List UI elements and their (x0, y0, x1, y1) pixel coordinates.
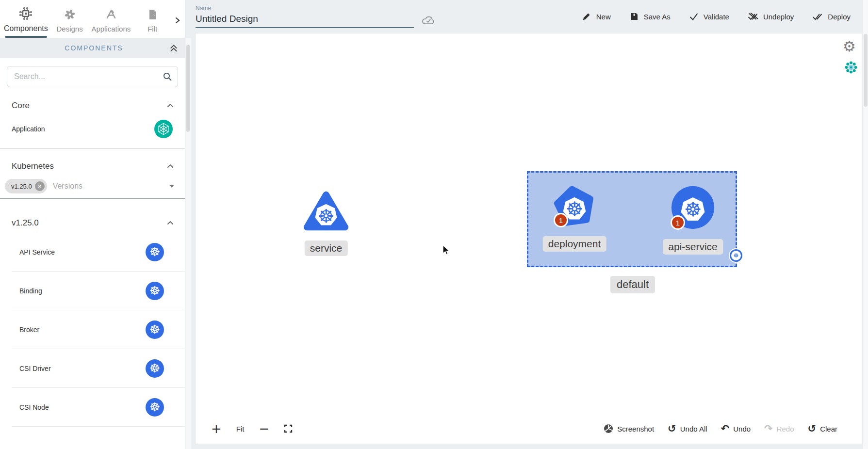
component-item-label: API Service (19, 248, 55, 256)
undo-all-button[interactable]: ↺ Undo All (668, 424, 707, 434)
components-icon (19, 7, 33, 20)
new-button[interactable]: New (582, 12, 611, 21)
minus-icon: − (259, 422, 269, 435)
tab-designs[interactable]: Designs (51, 4, 89, 38)
fullscreen-button[interactable] (284, 424, 293, 433)
section-kubernetes-title: Kubernetes (12, 161, 54, 171)
undo-all-label: Undo All (680, 425, 707, 433)
kubernetes-icon: ☸ (146, 398, 164, 417)
screenshot-label: Screenshot (617, 425, 654, 433)
tab-scroll-right-button[interactable] (171, 16, 184, 38)
undeploy-button[interactable]: Undeploy (748, 12, 794, 21)
search-icon[interactable] (163, 72, 172, 81)
versions-placeholder: Versions (53, 182, 169, 191)
validate-button[interactable]: Validate (689, 12, 729, 21)
shutter-icon (604, 424, 613, 433)
versions-select[interactable]: v1.25.0 ✕ Versions (0, 177, 185, 199)
tab-applications[interactable]: Applications (88, 4, 133, 38)
undo-all-icon: ↺ (668, 424, 676, 434)
section-core-header[interactable]: Core (0, 96, 185, 115)
component-item-api-service[interactable]: API Service ☸ (0, 233, 185, 271)
redo-label: Redo (777, 425, 794, 433)
node-label-deployment: deployment (543, 236, 606, 252)
component-item-application[interactable]: Application (0, 115, 185, 144)
applications-icon (105, 8, 117, 21)
svg-text:☸: ☸ (566, 198, 583, 221)
deploy-button[interactable]: Deploy (812, 12, 851, 21)
list-divider (12, 426, 185, 427)
component-item-csi-driver[interactable]: CSI Driver ☸ (0, 349, 185, 387)
application-icon (154, 120, 173, 138)
component-item-label: Application (12, 125, 45, 133)
component-item-csi-node[interactable]: CSI Node ☸ (0, 388, 185, 426)
search-box (7, 66, 178, 87)
zoom-fit-button[interactable]: Fit (236, 425, 245, 433)
design-canvas[interactable]: ☸ service ☸ ☸ 1 deployment (195, 33, 862, 444)
section-kubernetes-header[interactable]: Kubernetes (0, 157, 185, 176)
canvas-toolbar: + Fit − (196, 417, 862, 440)
component-item-label: CSI Driver (19, 365, 51, 372)
tab-applications-label: Applications (91, 25, 131, 33)
design-actions: New Save As (582, 12, 851, 21)
clear-label: Clear (820, 425, 837, 433)
dropdown-caret-icon[interactable] (169, 185, 174, 188)
undo-icon: ↶ (721, 424, 730, 434)
component-item-label: CSI Node (19, 403, 49, 411)
kubernetes-icon: ☸ (146, 282, 164, 300)
component-item-label: Broker (19, 326, 39, 334)
namespace-label: default (610, 276, 655, 293)
name-field-label: Name (196, 5, 436, 12)
section-divider (0, 148, 185, 149)
node-service[interactable]: ☸ (303, 188, 349, 235)
page-scrollbar[interactable] (862, 0, 868, 449)
component-item-broker[interactable]: Broker ☸ (0, 310, 185, 349)
redo-icon: ↷ (764, 424, 773, 434)
section-version-header[interactable]: v1.25.0 (0, 213, 185, 233)
collapse-panel-icon[interactable] (169, 44, 178, 52)
undo-label: Undo (733, 425, 751, 433)
zoom-in-button[interactable]: + (211, 422, 222, 435)
chevron-up-icon (166, 102, 174, 109)
scrollbar-thumb[interactable] (186, 45, 190, 132)
undo-button[interactable]: ↶ Undo (721, 424, 751, 434)
kubernetes-icon: ☸ (146, 321, 164, 339)
design-name-input[interactable] (196, 13, 414, 28)
save-as-button-label: Save As (644, 13, 671, 21)
tab-components-label: Components (4, 24, 48, 33)
main-area: Name (191, 0, 862, 449)
zoom-out-button[interactable]: − (259, 422, 269, 435)
kubernetes-icon: ☸ (146, 359, 164, 378)
screenshot-button[interactable]: Screenshot (604, 424, 654, 433)
design-name-field: Name (196, 5, 436, 28)
search-input[interactable] (7, 66, 178, 87)
deployment-count-badge: 1 (554, 213, 568, 227)
remove-version-icon[interactable]: ✕ (35, 181, 45, 191)
tab-filters[interactable]: v Filt (133, 4, 171, 38)
kubernetes-service-icon: ☸ (303, 188, 349, 235)
node-label-service: service (305, 241, 348, 256)
kubernetes-corner-badge-icon[interactable]: ☸ (730, 249, 742, 262)
gear-icon[interactable]: ⚙ (843, 39, 856, 54)
cloud-sync-icon (421, 15, 436, 26)
chevron-right-icon (174, 16, 181, 24)
redo-button[interactable]: ↷ Redo (764, 424, 794, 434)
section-core-title: Core (12, 101, 30, 111)
svg-text:v: v (153, 13, 155, 17)
save-as-button[interactable]: Save As (629, 12, 671, 21)
pencil-icon (582, 12, 591, 21)
component-item-binding[interactable]: Binding ☸ (0, 272, 185, 310)
kubernetes-context-icon[interactable] (845, 61, 857, 74)
version-chip: v1.25.0 ✕ (5, 179, 47, 193)
section-version-title: v1.25.0 (12, 218, 39, 228)
tab-components[interactable]: Components (1, 3, 51, 38)
fit-label: Fit (236, 425, 245, 433)
double-check-icon (812, 12, 823, 21)
scrollbar-thumb[interactable] (864, 34, 868, 107)
new-button-label: New (596, 13, 611, 21)
check-icon (689, 12, 699, 21)
clear-button[interactable]: ↺ Clear (808, 424, 837, 434)
api-service-count-badge: 1 (671, 215, 685, 230)
svg-text:☸: ☸ (318, 205, 334, 227)
sidebar-scrollbar[interactable] (185, 38, 191, 449)
kubernetes-icon: ☸ (146, 243, 164, 261)
